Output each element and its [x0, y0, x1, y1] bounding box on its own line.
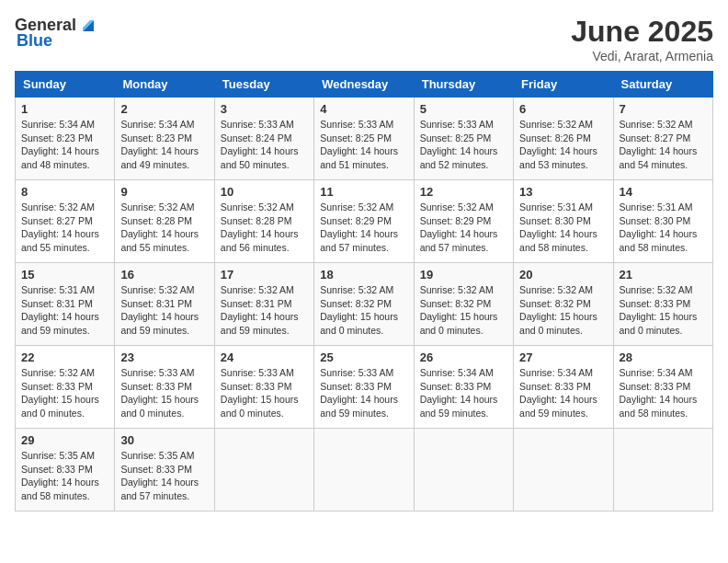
table-row: 25Sunrise: 5:33 AMSunset: 8:33 PMDayligh… [314, 346, 414, 429]
table-row: 27Sunrise: 5:34 AMSunset: 8:33 PMDayligh… [514, 346, 613, 429]
title-area: June 2025 Vedi, Ararat, Armenia [571, 15, 713, 63]
table-row: 9Sunrise: 5:32 AMSunset: 8:28 PMDaylight… [115, 180, 214, 263]
table-row: 8Sunrise: 5:32 AMSunset: 8:27 PMDaylight… [16, 180, 115, 263]
logo-icon [77, 15, 97, 35]
table-row [214, 429, 313, 511]
table-row: 5Sunrise: 5:33 AMSunset: 8:25 PMDaylight… [414, 98, 513, 180]
table-row: 17Sunrise: 5:32 AMSunset: 8:31 PMDayligh… [214, 263, 313, 346]
table-row: 18Sunrise: 5:32 AMSunset: 8:32 PMDayligh… [314, 263, 414, 346]
month-title: June 2025 [571, 15, 713, 49]
table-row [314, 429, 414, 511]
table-row: 22Sunrise: 5:32 AMSunset: 8:33 PMDayligh… [16, 346, 115, 429]
location-title: Vedi, Ararat, Armenia [571, 49, 713, 63]
table-row: 16Sunrise: 5:32 AMSunset: 8:31 PMDayligh… [115, 263, 214, 346]
table-row: 20Sunrise: 5:32 AMSunset: 8:32 PMDayligh… [514, 263, 613, 346]
calendar-header-row: Sunday Monday Tuesday Wednesday Thursday… [16, 72, 713, 98]
table-row [414, 429, 513, 511]
table-row: 6Sunrise: 5:32 AMSunset: 8:26 PMDaylight… [514, 98, 613, 180]
week-row-1: 1Sunrise: 5:34 AMSunset: 8:23 PMDaylight… [16, 98, 713, 180]
table-row: 11Sunrise: 5:32 AMSunset: 8:29 PMDayligh… [314, 180, 414, 263]
table-row: 28Sunrise: 5:34 AMSunset: 8:33 PMDayligh… [613, 346, 712, 429]
col-thursday: Thursday [414, 72, 513, 98]
col-sunday: Sunday [16, 72, 115, 98]
week-row-4: 22Sunrise: 5:32 AMSunset: 8:33 PMDayligh… [16, 346, 713, 429]
week-row-2: 8Sunrise: 5:32 AMSunset: 8:27 PMDaylight… [16, 180, 713, 263]
table-row: 3Sunrise: 5:33 AMSunset: 8:24 PMDaylight… [214, 98, 313, 180]
week-row-5: 29Sunrise: 5:35 AMSunset: 8:33 PMDayligh… [16, 429, 713, 511]
table-row [514, 429, 613, 511]
table-row: 24Sunrise: 5:33 AMSunset: 8:33 PMDayligh… [214, 346, 313, 429]
table-row: 4Sunrise: 5:33 AMSunset: 8:25 PMDaylight… [314, 98, 414, 180]
table-row: 1Sunrise: 5:34 AMSunset: 8:23 PMDaylight… [16, 98, 115, 180]
header: General Blue June 2025 Vedi, Ararat, Arm… [15, 15, 713, 63]
col-saturday: Saturday [613, 72, 712, 98]
table-row: 10Sunrise: 5:32 AMSunset: 8:28 PMDayligh… [214, 180, 313, 263]
table-row: 21Sunrise: 5:32 AMSunset: 8:33 PMDayligh… [613, 263, 712, 346]
calendar-table: Sunday Monday Tuesday Wednesday Thursday… [15, 71, 713, 511]
table-row: 14Sunrise: 5:31 AMSunset: 8:30 PMDayligh… [613, 180, 712, 263]
table-row: 7Sunrise: 5:32 AMSunset: 8:27 PMDaylight… [613, 98, 712, 180]
table-row: 15Sunrise: 5:31 AMSunset: 8:31 PMDayligh… [16, 263, 115, 346]
col-friday: Friday [514, 72, 613, 98]
col-tuesday: Tuesday [214, 72, 313, 98]
col-monday: Monday [115, 72, 214, 98]
col-wednesday: Wednesday [314, 72, 414, 98]
table-row: 2Sunrise: 5:34 AMSunset: 8:23 PMDaylight… [115, 98, 214, 180]
logo-blue-text: Blue [17, 31, 52, 51]
table-row: 13Sunrise: 5:31 AMSunset: 8:30 PMDayligh… [514, 180, 613, 263]
table-row: 26Sunrise: 5:34 AMSunset: 8:33 PMDayligh… [414, 346, 513, 429]
logo: General Blue [15, 15, 97, 51]
table-row [613, 429, 712, 511]
table-row: 12Sunrise: 5:32 AMSunset: 8:29 PMDayligh… [414, 180, 513, 263]
week-row-3: 15Sunrise: 5:31 AMSunset: 8:31 PMDayligh… [16, 263, 713, 346]
table-row: 19Sunrise: 5:32 AMSunset: 8:32 PMDayligh… [414, 263, 513, 346]
table-row: 29Sunrise: 5:35 AMSunset: 8:33 PMDayligh… [16, 429, 115, 511]
table-row: 23Sunrise: 5:33 AMSunset: 8:33 PMDayligh… [115, 346, 214, 429]
table-row: 30Sunrise: 5:35 AMSunset: 8:33 PMDayligh… [115, 429, 214, 511]
